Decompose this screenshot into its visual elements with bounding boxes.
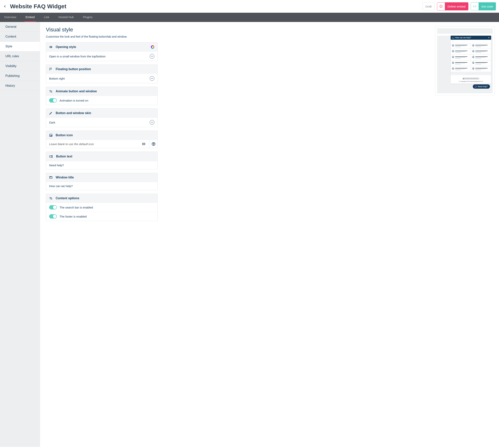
setting-button-icon: Button icon Leave blank to use the defau… bbox=[46, 131, 158, 148]
preview-pagination: • • • • • bbox=[451, 72, 491, 75]
eyedropper-icon bbox=[49, 111, 53, 115]
draft-button[interactable]: Draft bbox=[422, 2, 435, 10]
window-title-value[interactable]: How can we help? bbox=[49, 184, 154, 188]
text-cursor-icon bbox=[49, 155, 53, 158]
preview-faq-item: Q bbox=[471, 66, 491, 72]
page-header: Website FAQ Widget Draft Delete embed Ge… bbox=[0, 0, 499, 13]
svg-point-20 bbox=[50, 177, 50, 177]
main-content: Visual style Customise the look and feel… bbox=[40, 22, 163, 447]
animate-toggle[interactable] bbox=[49, 98, 57, 102]
tab-bar: Overview Embed Link Hosted Hub Plugins bbox=[0, 13, 499, 22]
window-icon bbox=[49, 176, 53, 179]
svg-point-8 bbox=[143, 144, 144, 144]
delete-icon[interactable] bbox=[437, 2, 445, 10]
sidebar-item-content[interactable]: Content bbox=[0, 32, 40, 42]
footer-status: The footer is enabled bbox=[60, 215, 154, 218]
delete-embed-button[interactable]: Delete embed bbox=[445, 2, 468, 10]
sidebar-item-url-rules[interactable]: URL rules bbox=[0, 51, 40, 61]
tab-link[interactable]: Link bbox=[43, 13, 50, 22]
float-pos-value: Bottom right bbox=[49, 77, 147, 80]
preview-faq-item: Q bbox=[471, 49, 491, 55]
search-bar-status: The search bar is enabled bbox=[60, 206, 154, 209]
setting-label: Content options bbox=[56, 196, 79, 200]
tab-embed[interactable]: Embed bbox=[24, 13, 36, 22]
setting-label: Button text bbox=[56, 155, 72, 158]
code-icon[interactable] bbox=[471, 2, 479, 10]
sliders-icon bbox=[49, 90, 53, 93]
sidebar-item-publishing[interactable]: Publishing bbox=[0, 71, 40, 81]
skin-value: Dark bbox=[49, 121, 147, 124]
preview-copyright: © Copyright 2019 Acknowledgement Ltd bbox=[451, 81, 491, 84]
svg-point-3 bbox=[51, 92, 52, 92]
setting-button-text: Button text Need help? bbox=[46, 152, 158, 169]
page-title: Website FAQ Widget bbox=[10, 3, 419, 10]
setting-skin: Button and window skin Dark bbox=[46, 109, 158, 127]
preview-float-text: Need help? bbox=[478, 86, 488, 88]
color-ring-icon bbox=[151, 45, 154, 49]
preview-faq-item: Q bbox=[471, 55, 491, 60]
search-bar-toggle[interactable] bbox=[49, 205, 57, 209]
setting-label: Animate button and window bbox=[56, 90, 97, 93]
setting-label: Floating button position bbox=[56, 67, 91, 71]
setting-label: Button icon bbox=[56, 133, 73, 137]
svg-point-25 bbox=[452, 41, 453, 42]
svg-line-26 bbox=[453, 41, 453, 42]
preview-powered-by: Powered by Malcolm! bbox=[462, 78, 480, 80]
svg-point-21 bbox=[50, 197, 50, 198]
setting-window-title: Window title How can we help? bbox=[46, 173, 158, 190]
flag-icon bbox=[49, 67, 53, 71]
image-icon bbox=[49, 133, 53, 137]
back-button[interactable] bbox=[3, 5, 7, 8]
svg-point-1 bbox=[50, 90, 50, 91]
tab-hosted-hub[interactable]: Hosted Hub bbox=[57, 13, 75, 22]
setting-opening-style: Opening style Open in a small window fro… bbox=[46, 42, 158, 61]
button-icon-placeholder[interactable]: Leave blank to use the default icon bbox=[49, 142, 139, 146]
opening-style-value: Open in a small window from the top/bott… bbox=[49, 55, 147, 58]
section-desc: Customise the look and feel of the float… bbox=[46, 35, 158, 38]
expand-opening-style[interactable] bbox=[150, 54, 154, 59]
sidebar-item-visibility[interactable]: Visibility bbox=[0, 61, 40, 71]
setting-animate: Animate button and window Animation is t… bbox=[46, 87, 158, 105]
preview-float-icon bbox=[474, 85, 477, 88]
setting-content-options: Content options The search bar is enable… bbox=[46, 194, 158, 221]
preview-faq-item: Q bbox=[451, 49, 471, 55]
preview-faq-item: Q bbox=[451, 55, 471, 60]
tab-overview[interactable]: Overview bbox=[3, 13, 17, 22]
preview-faq-item: Q bbox=[471, 60, 491, 66]
preview-floating-button: Need help? bbox=[473, 84, 490, 89]
expand-float-pos[interactable] bbox=[150, 76, 154, 81]
setting-label: Window title bbox=[56, 176, 74, 179]
preview-panel: How can we help? ✕ Q Q bbox=[435, 26, 495, 95]
sidebar-item-style[interactable]: Style bbox=[0, 42, 40, 51]
svg-point-12 bbox=[153, 144, 154, 144]
get-code-button[interactable]: Get code bbox=[479, 2, 496, 10]
eye-icon bbox=[49, 45, 53, 49]
sidebar-item-general[interactable]: General bbox=[0, 22, 40, 32]
sidebar-item-history[interactable]: History bbox=[0, 81, 40, 91]
svg-point-6 bbox=[50, 135, 50, 135]
footer-toggle[interactable] bbox=[49, 214, 57, 219]
preview-faq-item: Q bbox=[451, 60, 471, 66]
preview-window-title: How can we help? bbox=[455, 37, 471, 39]
setting-float-position: Floating button position Bottom right bbox=[46, 64, 158, 83]
button-text-value[interactable]: Need help? bbox=[49, 164, 154, 167]
preview-close-icon: ✕ bbox=[488, 37, 490, 39]
preview-search-icon bbox=[451, 40, 491, 43]
expand-skin[interactable] bbox=[150, 120, 154, 125]
sidebar: General Content Style URL rules Visibili… bbox=[0, 22, 40, 447]
preview-widget: How can we help? ✕ Q Q bbox=[451, 36, 491, 84]
svg-rect-13 bbox=[50, 156, 52, 157]
preview-faq-item: Q bbox=[451, 66, 471, 72]
preview-faq-item: Q bbox=[451, 43, 471, 49]
media-library-button[interactable] bbox=[149, 140, 157, 148]
tab-plugins[interactable]: Plugins bbox=[82, 13, 94, 22]
svg-point-23 bbox=[51, 198, 52, 199]
spinner-icon bbox=[452, 37, 454, 39]
preview-faq-item: Q bbox=[471, 43, 491, 49]
section-title: Visual style bbox=[46, 27, 158, 33]
setting-label: Opening style bbox=[56, 45, 76, 49]
animate-status: Animation is turned on bbox=[60, 99, 154, 102]
sliders-icon bbox=[49, 196, 53, 200]
setting-label: Button and window skin bbox=[56, 111, 91, 115]
id-card-icon[interactable] bbox=[142, 142, 145, 146]
